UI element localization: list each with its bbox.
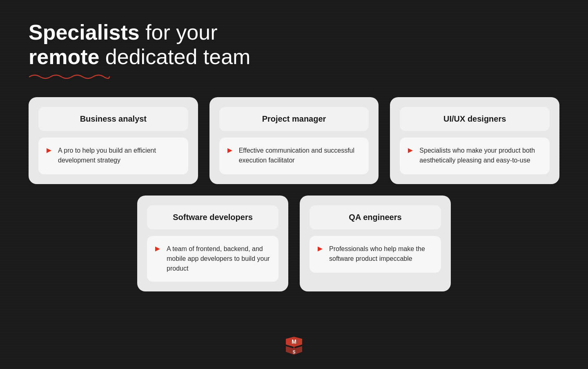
card-desc-box-business-analyst: A pro to help you build an efficient dev… <box>38 138 188 174</box>
card-desc-box-software-developers: A team of frontend, backend, and mobile … <box>147 236 278 282</box>
arrow-icon-wrap <box>406 147 414 156</box>
arrow-icon-wrap <box>45 147 53 156</box>
card-desc-text-project-manager: Effective communication and successful e… <box>239 146 361 165</box>
title-normal2: dedicated team <box>99 45 250 69</box>
arrow-icon <box>154 245 162 253</box>
arrow-icon <box>316 245 324 253</box>
card-desc-text-qa-engineers: Professionals who help make the software… <box>329 244 433 264</box>
card-project-manager: Project manager Effective communication … <box>209 97 379 184</box>
arrow-icon-wrap <box>316 245 324 255</box>
bottom-logo: M S <box>285 336 303 358</box>
svg-marker-1 <box>227 148 232 153</box>
card-desc-box-project-manager: Effective communication and successful e… <box>219 138 369 174</box>
card-title-project-manager: Project manager <box>219 107 369 131</box>
svg-text:M: M <box>292 338 296 345</box>
card-desc-text-business-analyst: A pro to help you build an efficient dev… <box>58 146 180 165</box>
arrow-icon-wrap <box>226 147 234 156</box>
svg-marker-2 <box>408 148 413 153</box>
svg-marker-0 <box>47 148 51 153</box>
squiggle-decoration <box>29 72 110 79</box>
arrow-icon-wrap <box>154 245 162 255</box>
page-wrapper: Specialists for your remote dedicated te… <box>0 0 588 308</box>
card-desc-text-ui-ux-designers: Specialists who make your product both a… <box>419 146 541 165</box>
card-business-analyst: Business analyst A pro to help you build… <box>29 97 198 184</box>
title-line2: remote dedicated team <box>29 45 559 69</box>
brand-icon: M S <box>285 336 303 356</box>
arrow-icon <box>226 147 234 155</box>
cards-top-row: Business analyst A pro to help you build… <box>29 97 559 184</box>
card-title-qa-engineers: QA engineers <box>310 205 441 229</box>
arrow-icon <box>45 147 53 155</box>
cards-bottom-row: Software developers A team of frontend, … <box>29 196 559 291</box>
card-title-ui-ux-designers: UI/UX designers <box>400 107 550 131</box>
svg-text:S: S <box>293 350 296 354</box>
card-desc-box-qa-engineers: Professionals who help make the software… <box>310 236 441 273</box>
svg-marker-4 <box>318 247 323 251</box>
card-ui-ux-designers: UI/UX designers Specialists who make you… <box>390 97 559 184</box>
card-software-developers: Software developers A team of frontend, … <box>137 196 288 291</box>
card-qa-engineers: QA engineers Professionals who help make… <box>300 196 451 291</box>
card-title-business-analyst: Business analyst <box>38 107 188 131</box>
title-section: Specialists for your remote dedicated te… <box>29 20 559 81</box>
svg-marker-3 <box>155 247 160 251</box>
card-desc-text-software-developers: A team of frontend, backend, and mobile … <box>167 244 270 273</box>
title-normal1: for your <box>140 20 218 44</box>
card-desc-box-ui-ux-designers: Specialists who make your product both a… <box>400 138 550 174</box>
card-title-software-developers: Software developers <box>147 205 278 229</box>
title-bold2: remote <box>29 45 99 69</box>
title-line1: Specialists for your <box>29 20 559 45</box>
arrow-icon <box>406 147 414 155</box>
title-bold1: Specialists <box>29 20 140 44</box>
